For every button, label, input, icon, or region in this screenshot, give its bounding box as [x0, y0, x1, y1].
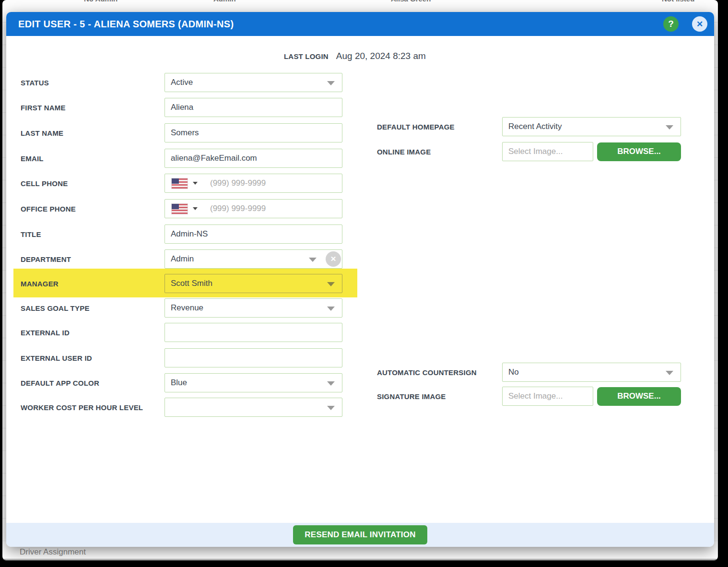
cell-phone-label: CELL PHONE	[21, 179, 164, 188]
default-homepage-select-value: Recent Activity	[508, 122, 675, 131]
automatic-countersign-select[interactable]: No	[502, 363, 681, 382]
title-label: TITLE	[21, 230, 164, 238]
form-row-signature-image: SIGNATURE IMAGE BROWSE...	[377, 387, 681, 406]
title-field[interactable]	[164, 224, 342, 244]
form-row-sales-goal-type: SALES GOAL TYPE Revenue	[21, 298, 342, 318]
last-login: LAST LOGIN Aug 20, 2024 8:23 am	[284, 51, 426, 61]
automatic-countersign-select-value: No	[508, 367, 675, 377]
online-image-browse-button[interactable]: BROWSE...	[597, 142, 681, 161]
chevron-down-icon	[327, 81, 335, 85]
signature-image-browse-button[interactable]: BROWSE...	[597, 387, 681, 406]
form-row-department: DEPARTMENT Admin ✕	[21, 249, 342, 269]
form-row-default-homepage: DEFAULT HOMEPAGE Recent Activity	[377, 117, 681, 136]
form-row-worker-cost: WORKER COST PER HOUR LEVEL	[21, 398, 342, 417]
screenshot-stage: No Admin Admin Alisa Green Not listed Dr…	[0, 0, 728, 567]
status-label: STATUS	[21, 79, 164, 87]
default-app-color-select[interactable]: Blue	[164, 373, 342, 392]
office-phone-field[interactable]: (999) 999-9999	[164, 199, 342, 218]
clear-department-icon[interactable]: ✕	[326, 251, 341, 267]
chevron-down-icon	[327, 381, 335, 386]
email-field[interactable]	[164, 149, 342, 168]
background-divider	[2, 559, 718, 560]
last-login-value: Aug 20, 2024 8:23 am	[336, 51, 426, 61]
help-icon[interactable]: ?	[663, 16, 679, 32]
online-image-field[interactable]	[502, 142, 593, 161]
online-image-label: ONLINE IMAGE	[377, 148, 502, 156]
cell-phone-placeholder: (999) 999-9999	[210, 178, 266, 188]
background-column-text: Admin	[213, 0, 236, 3]
automatic-countersign-label: AUTOMATIC COUNTERSIGN	[377, 368, 502, 377]
external-user-id-label: EXTERNAL USER ID	[21, 354, 164, 362]
background-link-driver-assignment: Driver Assignment	[20, 547, 86, 557]
manager-select-value: Scott Smith	[171, 279, 336, 288]
sales-goal-type-label: SALES GOAL TYPE	[21, 304, 164, 312]
form-row-automatic-countersign: AUTOMATIC COUNTERSIGN No	[377, 363, 681, 382]
chevron-down-icon	[666, 371, 673, 375]
first-name-label: FIRST NAME	[21, 104, 164, 112]
form-row-status: STATUS Active	[21, 73, 342, 92]
last-name-field[interactable]	[164, 123, 342, 142]
external-id-label: EXTERNAL ID	[21, 329, 164, 337]
chevron-down-icon	[327, 307, 335, 311]
form-row-online-image: ONLINE IMAGE BROWSE...	[377, 142, 681, 161]
default-homepage-label: DEFAULT HOMEPAGE	[377, 123, 502, 131]
chevron-down-icon	[666, 125, 673, 130]
form-row-last-name: LAST NAME	[21, 123, 342, 142]
form-row-first-name: FIRST NAME	[21, 98, 342, 117]
status-select-value: Active	[171, 78, 336, 87]
form-row-title: TITLE	[21, 224, 342, 244]
modal-body: LAST LOGIN Aug 20, 2024 8:23 am STATUS A…	[6, 36, 714, 523]
status-select[interactable]: Active	[164, 73, 342, 92]
last-login-label: LAST LOGIN	[284, 52, 329, 60]
background-column-text: No Admin	[84, 0, 117, 3]
chevron-down-icon	[309, 258, 317, 262]
form-row-default-app-color: DEFAULT APP COLOR Blue	[21, 373, 342, 392]
modal-footer: RESEND EMAIL INVITATION	[6, 523, 714, 547]
manager-select[interactable]: Scott Smith	[164, 274, 342, 293]
first-name-field[interactable]	[164, 98, 342, 117]
chevron-down-icon	[327, 282, 335, 286]
external-id-field[interactable]	[164, 323, 342, 342]
default-app-color-select-value: Blue	[171, 378, 336, 388]
background-column-text: Not listed	[662, 0, 694, 3]
flag-caret-icon	[193, 182, 198, 185]
department-select[interactable]: Admin ✕	[164, 249, 342, 269]
worker-cost-select[interactable]	[164, 398, 342, 417]
signature-image-field[interactable]	[502, 387, 593, 406]
last-name-label: LAST NAME	[21, 129, 164, 137]
default-homepage-select[interactable]: Recent Activity	[502, 117, 681, 136]
department-label: DEPARTMENT	[21, 255, 164, 263]
form-row-email: EMAIL	[21, 149, 342, 168]
background-column-text: Alisa Green	[391, 0, 431, 3]
chevron-down-icon	[327, 406, 335, 410]
cell-phone-field[interactable]: (999) 999-9999	[164, 174, 342, 193]
us-flag-icon[interactable]	[172, 178, 188, 189]
worker-cost-label: WORKER COST PER HOUR LEVEL	[21, 403, 164, 412]
office-phone-label: OFFICE PHONE	[21, 205, 164, 213]
manager-label: MANAGER	[21, 280, 164, 288]
form-row-external-id: EXTERNAL ID	[21, 323, 342, 342]
form-row-external-user-id: EXTERNAL USER ID	[21, 348, 342, 367]
sales-goal-type-select[interactable]: Revenue	[164, 298, 342, 318]
external-user-id-field[interactable]	[164, 348, 342, 367]
signature-image-label: SIGNATURE IMAGE	[377, 392, 502, 401]
modal-header: EDIT USER - 5 - ALIENA SOMERS (ADMIN-NS)…	[6, 12, 714, 36]
flag-caret-icon	[193, 207, 198, 210]
office-phone-placeholder: (999) 999-9999	[210, 204, 266, 213]
email-label: EMAIL	[21, 154, 164, 163]
form-row-office-phone: OFFICE PHONE (999) 999-9999	[21, 199, 342, 218]
form-row-cell-phone: CELL PHONE (999) 999-9999	[21, 174, 342, 193]
form-row-manager: MANAGER Scott Smith	[21, 274, 342, 293]
us-flag-icon[interactable]	[172, 204, 188, 214]
edit-user-modal: EDIT USER - 5 - ALIENA SOMERS (ADMIN-NS)…	[6, 12, 714, 547]
default-app-color-label: DEFAULT APP COLOR	[21, 379, 164, 387]
resend-email-invitation-button[interactable]: RESEND EMAIL INVITATION	[293, 525, 427, 544]
modal-title: EDIT USER - 5 - ALIENA SOMERS (ADMIN-NS)	[18, 19, 234, 30]
close-icon[interactable]: ✕	[692, 16, 707, 32]
sales-goal-type-select-value: Revenue	[171, 303, 336, 313]
